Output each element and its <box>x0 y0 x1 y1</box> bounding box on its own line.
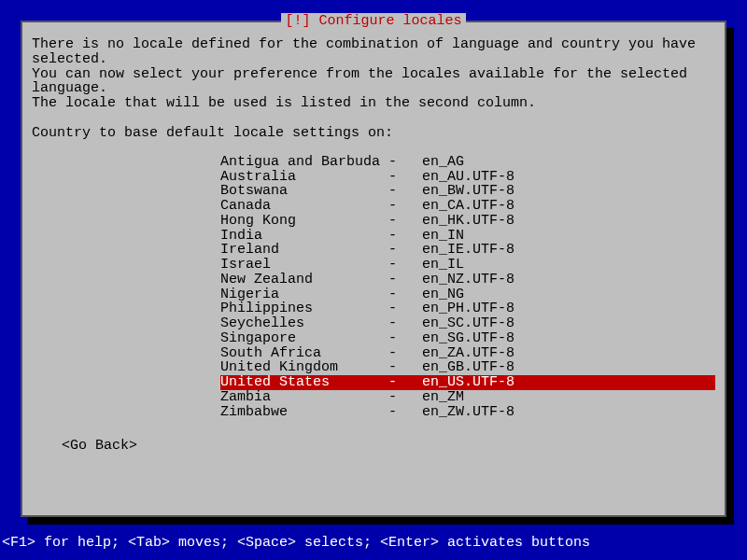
locale-separator: - <box>388 316 422 331</box>
locale-code: en_HK.UTF-8 <box>422 214 525 229</box>
locale-country: New Zealand <box>220 273 388 287</box>
locale-row[interactable]: New Zealand-en_NZ.UTF-8 <box>220 273 715 287</box>
locale-row[interactable]: Philippines-en_PH.UTF-8 <box>220 301 715 316</box>
locale-separator: - <box>388 155 422 170</box>
locale-code: en_AG <box>422 155 525 170</box>
locale-country: Israel <box>220 258 388 273</box>
locale-list[interactable]: Antigua and Barbuda-en_AGAustralia-en_AU… <box>220 155 715 420</box>
locale-country: Canada <box>220 199 388 214</box>
locale-row[interactable]: United Kingdom-en_GB.UTF-8 <box>220 360 715 375</box>
locale-row[interactable]: Israel-en_IL <box>220 258 715 273</box>
locale-country: Antigua and Barbuda <box>220 155 388 170</box>
locale-row[interactable]: Zambia-en_ZM <box>220 390 715 405</box>
locale-separator: - <box>388 405 422 420</box>
locale-row[interactable]: Antigua and Barbuda-en_AG <box>220 155 715 170</box>
locale-row[interactable]: Seychelles-en_SC.UTF-8 <box>220 316 715 331</box>
locale-country: India <box>220 229 388 244</box>
locale-description: There is no locale defined for the combi… <box>32 37 715 111</box>
locale-separator: - <box>388 170 422 185</box>
locale-code: en_NG <box>422 287 525 302</box>
locale-country: Philippines <box>220 301 388 316</box>
dialog-title: [!] Configure locales <box>281 13 465 29</box>
locale-separator: - <box>388 301 422 316</box>
locale-separator: - <box>388 199 422 214</box>
locale-code: en_SG.UTF-8 <box>422 331 525 346</box>
locale-row[interactable]: Canada-en_CA.UTF-8 <box>220 199 715 214</box>
locale-code: en_IL <box>422 258 525 273</box>
locale-separator: - <box>388 243 422 258</box>
locale-code: en_IN <box>422 229 525 244</box>
locale-separator: - <box>388 346 422 361</box>
locale-row[interactable]: Ireland-en_IE.UTF-8 <box>220 243 715 258</box>
status-bar: <F1> for help; <Tab> moves; <Space> sele… <box>2 535 590 551</box>
locale-country: Botswana <box>220 184 388 199</box>
locale-country: Zambia <box>220 390 388 405</box>
locale-separator: - <box>388 375 422 390</box>
locale-row[interactable]: Australia-en_AU.UTF-8 <box>220 170 715 185</box>
locale-code: en_BW.UTF-8 <box>422 184 525 199</box>
locale-separator: - <box>388 229 422 244</box>
locale-separator: - <box>388 360 422 375</box>
locale-country: Hong Kong <box>220 214 388 229</box>
locale-row[interactable]: United States-en_US.UTF-8 <box>220 375 715 390</box>
locale-row[interactable]: Singapore-en_SG.UTF-8 <box>220 331 715 346</box>
locale-country: Singapore <box>220 331 388 346</box>
locale-separator: - <box>388 331 422 346</box>
locale-code: en_ZW.UTF-8 <box>422 405 525 420</box>
locale-row[interactable]: Botswana-en_BW.UTF-8 <box>220 184 715 199</box>
locale-country: Ireland <box>220 243 388 258</box>
locale-code: en_GB.UTF-8 <box>422 360 525 375</box>
locale-separator: - <box>388 214 422 229</box>
locale-country: United Kingdom <box>220 360 388 375</box>
locale-separator: - <box>388 390 422 405</box>
locale-country: Australia <box>220 170 388 185</box>
locale-code: en_SC.UTF-8 <box>422 316 525 331</box>
locale-country: Seychelles <box>220 316 388 331</box>
locale-row[interactable]: India-en_IN <box>220 229 715 244</box>
locale-country: Nigeria <box>220 287 388 302</box>
configure-locales-dialog: [!] Configure locales There is no locale… <box>21 21 726 517</box>
locale-country: South Africa <box>220 346 388 361</box>
locale-separator: - <box>388 258 422 273</box>
locale-row[interactable]: South Africa-en_ZA.UTF-8 <box>220 346 715 361</box>
locale-prompt: Country to base default locale settings … <box>32 125 715 141</box>
locale-code: en_CA.UTF-8 <box>422 199 525 214</box>
go-back-button[interactable]: <Go Back> <box>62 438 137 454</box>
locale-code: en_NZ.UTF-8 <box>422 273 525 287</box>
locale-code: en_ZM <box>422 390 525 405</box>
dialog-content: There is no locale defined for the combi… <box>22 22 725 463</box>
locale-separator: - <box>388 184 422 199</box>
locale-country: Zimbabwe <box>220 405 388 420</box>
dialog-title-bar: [!] Configure locales <box>22 13 725 29</box>
locale-row[interactable]: Nigeria-en_NG <box>220 287 715 302</box>
locale-separator: - <box>388 287 422 302</box>
locale-code: en_ZA.UTF-8 <box>422 346 525 361</box>
locale-code: en_IE.UTF-8 <box>422 243 525 258</box>
locale-separator: - <box>388 273 422 287</box>
locale-code: en_PH.UTF-8 <box>422 301 525 316</box>
locale-country: United States <box>220 375 388 390</box>
locale-code: en_AU.UTF-8 <box>422 170 525 185</box>
locale-row[interactable]: Zimbabwe-en_ZW.UTF-8 <box>220 405 715 420</box>
locale-code: en_US.UTF-8 <box>422 375 525 390</box>
locale-row[interactable]: Hong Kong-en_HK.UTF-8 <box>220 214 715 229</box>
